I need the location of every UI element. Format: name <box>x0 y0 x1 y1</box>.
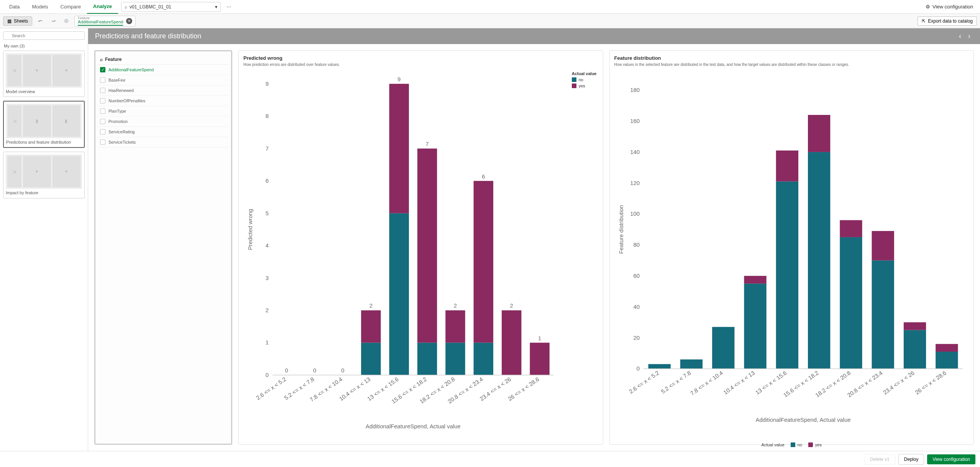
svg-text:2: 2 <box>454 303 457 309</box>
feature-item[interactable]: ServiceRating <box>98 127 228 137</box>
deploy-button[interactable]: Deploy <box>898 454 924 465</box>
svg-text:10.4 <= x < 13: 10.4 <= x < 13 <box>338 376 371 402</box>
svg-text:1: 1 <box>538 335 541 341</box>
nav-tabs: DataModelsCompareAnalyze <box>3 0 118 14</box>
bar-segment-yes[interactable] <box>502 310 521 375</box>
bar-segment-yes[interactable] <box>840 220 862 237</box>
chart2-legend: Actual value noyes <box>614 442 969 449</box>
top-nav: DataModelsCompareAnalyze ⌕v01_LGBMC_01_0… <box>0 0 980 14</box>
bar-segment-yes[interactable] <box>872 231 894 261</box>
legend-swatch <box>572 84 576 88</box>
legend-item: yes <box>808 442 822 447</box>
bar-segment-yes[interactable] <box>530 343 549 375</box>
sheets-sidebar: My own (3) ⇲✦✦Model overview⇲▮▮Predictio… <box>0 28 88 451</box>
svg-text:2: 2 <box>266 307 269 313</box>
bar-segment-no[interactable] <box>744 283 766 369</box>
feature-item[interactable]: HasRenewed <box>98 85 228 96</box>
svg-text:10.4 <= x < 13: 10.4 <= x < 13 <box>722 370 755 396</box>
sub-toolbar: ▦ Sheets ⤺ ⤻ ⦾ Feature AdditionalFeature… <box>0 14 980 28</box>
svg-text:5: 5 <box>266 210 269 216</box>
next-sheet-button[interactable]: › <box>965 32 973 40</box>
bar-segment-no[interactable] <box>648 364 670 369</box>
bar-segment-no[interactable] <box>776 182 798 369</box>
feature-item[interactable]: PlanType <box>98 106 228 116</box>
legend-label: yes <box>579 84 585 88</box>
selection-forward-button[interactable]: ⤻ <box>48 16 58 26</box>
model-dropdown[interactable]: ⌕v01_LGBMC_01_01 ▾ <box>121 2 221 12</box>
bar-segment-no[interactable] <box>712 327 734 369</box>
feature-item-label: ServiceTickets <box>108 140 136 144</box>
search-icon: ⌕ <box>100 57 103 62</box>
svg-text:23.4 <= x < 26: 23.4 <= x < 26 <box>882 370 915 396</box>
legend-label: yes <box>815 442 822 447</box>
export-label: Export data to catalog <box>928 18 973 24</box>
svg-text:2: 2 <box>510 303 513 309</box>
tab-compare[interactable]: Compare <box>54 0 87 14</box>
sheet-card[interactable]: ⇲✦✦Impact by feature <box>3 152 85 198</box>
feature-item[interactable]: NumberOfPenalties <box>98 96 228 106</box>
sheet-card-title: Predictions and feature distribution <box>6 140 82 145</box>
chip-close-icon[interactable]: ✕ <box>126 18 132 24</box>
export-data-button[interactable]: ⇱ Export data to catalog <box>918 16 977 26</box>
tab-models[interactable]: Models <box>26 0 54 14</box>
chart1-legend: Actual value noyes <box>572 71 597 90</box>
selection-back-button[interactable]: ⤺ <box>35 16 45 26</box>
bar-segment-no[interactable] <box>361 343 381 375</box>
bar-segment-no[interactable] <box>474 343 493 375</box>
bar-segment-yes[interactable] <box>361 310 381 342</box>
bar-segment-no[interactable] <box>445 343 465 375</box>
bar-segment-yes[interactable] <box>744 276 766 283</box>
svg-text:0: 0 <box>266 372 269 378</box>
chart2-svg[interactable]: 020406080100120140160180Feature distribu… <box>614 70 969 440</box>
bar-segment-no[interactable] <box>680 359 702 369</box>
sidebar-search-input[interactable] <box>3 31 85 40</box>
search-icon: ⌕ <box>125 4 127 10</box>
legend-item: no <box>572 77 597 82</box>
bar-segment-no[interactable] <box>808 152 830 369</box>
chart2-subtitle: How values in the selected feature are d… <box>614 62 969 67</box>
bar-segment-yes[interactable] <box>389 84 409 213</box>
bar-segment-no[interactable] <box>903 330 926 369</box>
sheet-card[interactable]: ⇲✦✦Model overview <box>3 51 85 97</box>
bar-segment-yes[interactable] <box>417 149 437 343</box>
more-menu-button[interactable]: ⋯ <box>224 4 234 10</box>
checkbox-icon: ✓ <box>100 67 105 72</box>
svg-text:26 <= x < 28.6: 26 <= x < 28.6 <box>914 370 947 396</box>
bar-segment-yes[interactable] <box>808 115 830 152</box>
bar-segment-yes[interactable] <box>776 151 798 182</box>
sliders-icon: ⚙ <box>926 4 930 10</box>
bar-segment-yes[interactable] <box>474 181 493 342</box>
clear-selections-button[interactable]: ⦾ <box>61 16 71 26</box>
legend-swatch <box>572 77 576 82</box>
bar-segment-no[interactable] <box>872 261 894 369</box>
sheet-card[interactable]: ⇲▮▮Predictions and feature distribution <box>3 101 85 148</box>
feature-selection-chip[interactable]: Feature AdditionalFeatureSpend ✕ <box>74 16 136 26</box>
svg-text:40: 40 <box>633 304 640 310</box>
feature-item[interactable]: BaseFee <box>98 75 228 85</box>
bar-segment-no[interactable] <box>840 237 862 369</box>
feature-item[interactable]: ServiceTickets <box>98 137 228 147</box>
bar-segment-no[interactable] <box>417 343 437 375</box>
bar-segment-yes[interactable] <box>936 344 958 352</box>
chart1-subtitle: How prediction errors are distributed ov… <box>243 62 598 67</box>
view-configuration-link[interactable]: ⚙ View configuration <box>922 4 977 10</box>
view-configuration-button[interactable]: View configuration <box>927 454 975 464</box>
feature-item-label: HasRenewed <box>108 88 134 93</box>
chart1-svg[interactable]: 0123456789Predicted wrong02.6 <= x < 5.2… <box>243 70 598 440</box>
feature-item[interactable]: Promotion <box>98 116 228 127</box>
bar-segment-no[interactable] <box>936 352 958 369</box>
prev-sheet-button[interactable]: ‹ <box>956 32 964 40</box>
bar-segment-no[interactable] <box>389 213 409 375</box>
bar-segment-yes[interactable] <box>903 322 926 330</box>
sheet-card-title: Model overview <box>6 89 82 94</box>
bar-segment-yes[interactable] <box>445 310 465 342</box>
tab-analyze[interactable]: Analyze <box>87 0 118 14</box>
feature-item[interactable]: ✓AdditionalFeatureSpend <box>98 65 228 75</box>
svg-text:0: 0 <box>636 365 639 372</box>
checkbox-icon <box>100 119 105 124</box>
svg-text:7: 7 <box>266 146 269 152</box>
tab-data[interactable]: Data <box>3 0 26 14</box>
feature-item-label: PlanType <box>108 109 126 113</box>
sheets-toggle-button[interactable]: ▦ Sheets <box>3 16 32 26</box>
svg-text:1: 1 <box>266 339 269 346</box>
